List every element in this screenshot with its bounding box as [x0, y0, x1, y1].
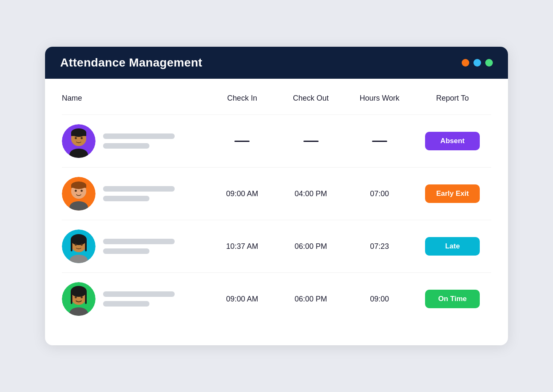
svg-rect-11 [71, 185, 86, 188]
checkout-cell: 04:00 PM [276, 168, 345, 220]
person-cell-3 [62, 220, 208, 273]
svg-rect-27 [85, 291, 87, 304]
checkout-value: 06:00 PM [295, 295, 327, 303]
col-header-hours: Hours Work [345, 94, 414, 115]
hours-cell: 09:00 [345, 273, 414, 325]
checkout-cell: 06:00 PM [276, 220, 345, 273]
app-title: Attendance Management [60, 56, 202, 69]
checkin-dash [234, 141, 250, 142]
name-line-1 [103, 239, 175, 244]
name-line-2 [103, 143, 149, 149]
col-header-report: Report To [414, 94, 491, 115]
checkin-cell: 09:00 AM [208, 168, 276, 220]
attendance-card: Attendance Management Name Check In Chec… [45, 47, 508, 345]
svg-point-25 [71, 286, 87, 297]
col-header-name: Name [62, 94, 208, 115]
checkin-value: 09:00 AM [226, 189, 258, 198]
table-row: 09:00 AM04:00 PM07:00Early Exit [62, 168, 491, 220]
checkout-value: 04:00 PM [295, 189, 327, 198]
svg-point-13 [81, 190, 83, 192]
name-placeholder [103, 291, 175, 307]
status-cell: On Time [414, 273, 491, 325]
person-info [62, 177, 208, 211]
name-line-1 [103, 133, 175, 139]
svg-rect-4 [71, 133, 86, 136]
svg-point-6 [81, 137, 83, 139]
status-badge: On Time [425, 290, 480, 308]
hours-dash [372, 141, 387, 142]
status-cell: Early Exit [414, 168, 491, 220]
status-cell: Absent [414, 115, 491, 168]
checkin-value: 10:37 AM [226, 242, 258, 251]
table-row: 09:00 AM06:00 PM09:00On Time [62, 273, 491, 325]
name-line-1 [103, 291, 175, 297]
attendance-table: Name Check In Check Out Hours Work Repor… [62, 94, 491, 325]
name-placeholder [103, 239, 175, 254]
status-badge: Late [425, 237, 480, 256]
svg-point-21 [81, 244, 83, 246]
checkin-value: 09:00 AM [226, 295, 258, 303]
col-header-checkout: Check Out [276, 94, 345, 115]
blue-dot[interactable] [473, 59, 481, 67]
svg-point-29 [81, 296, 83, 299]
person-cell-4 [62, 273, 208, 325]
checkin-cell: 10:37 AM [208, 220, 276, 273]
checkout-value: 06:00 PM [295, 242, 327, 251]
hours-value: 07:00 [370, 189, 389, 198]
name-line-1 [103, 186, 175, 192]
person-info [62, 229, 208, 263]
avatar [62, 124, 96, 158]
status-cell: Late [414, 220, 491, 273]
status-badge: Early Exit [425, 184, 480, 203]
person-info [62, 282, 208, 316]
app-header: Attendance Management [45, 47, 508, 79]
green-dot[interactable] [485, 59, 493, 67]
svg-point-5 [75, 137, 77, 139]
svg-rect-19 [85, 240, 87, 251]
hours-cell: 07:23 [345, 220, 414, 273]
svg-point-17 [71, 234, 87, 245]
status-badge: Absent [425, 132, 480, 150]
name-placeholder [103, 133, 175, 149]
svg-point-28 [75, 296, 77, 299]
hours-value: 07:23 [370, 242, 389, 251]
checkout-cell [276, 115, 345, 168]
svg-point-20 [75, 244, 77, 246]
window-controls [462, 59, 493, 67]
checkin-cell: 09:00 AM [208, 273, 276, 325]
checkin-cell [208, 115, 276, 168]
checkout-dash [303, 141, 319, 142]
name-line-2 [103, 301, 149, 307]
table-container: Name Check In Check Out Hours Work Repor… [45, 79, 508, 345]
orange-dot[interactable] [462, 59, 469, 67]
name-placeholder [103, 186, 175, 201]
name-line-2 [103, 196, 149, 201]
checkout-cell: 06:00 PM [276, 273, 345, 325]
person-cell-1 [62, 115, 208, 168]
person-info [62, 124, 208, 158]
table-row: 10:37 AM06:00 PM07:23Late [62, 220, 491, 273]
col-header-checkin: Check In [208, 94, 276, 115]
table-header-row: Name Check In Check Out Hours Work Repor… [62, 94, 491, 115]
person-cell-2 [62, 168, 208, 220]
avatar [62, 177, 96, 211]
svg-rect-18 [71, 240, 72, 251]
avatar [62, 282, 96, 316]
hours-value: 09:00 [370, 295, 389, 303]
svg-rect-26 [71, 291, 72, 304]
hours-cell: 07:00 [345, 168, 414, 220]
hours-cell [345, 115, 414, 168]
name-line-2 [103, 248, 149, 254]
avatar [62, 229, 96, 263]
table-row: Absent [62, 115, 491, 168]
svg-point-12 [75, 190, 77, 192]
